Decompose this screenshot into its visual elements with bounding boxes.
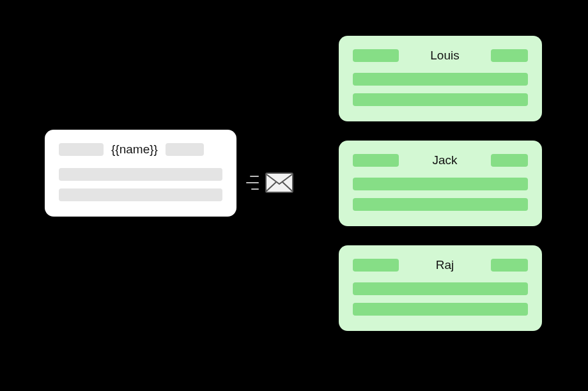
- placeholder-bar: [491, 49, 528, 62]
- output-heading-row: Jack: [353, 153, 528, 167]
- output-heading-row: Louis: [353, 49, 528, 63]
- placeholder-bar: [353, 49, 399, 62]
- output-card: Raj: [339, 245, 542, 331]
- mail-icon: [265, 172, 293, 193]
- template-card: {{name}}: [45, 130, 236, 217]
- placeholder-bar: [59, 188, 222, 201]
- motion-lines-icon: [246, 176, 259, 190]
- placeholder-bar: [353, 178, 528, 190]
- output-name: Jack: [406, 153, 483, 167]
- placeholder-bar: [59, 143, 104, 156]
- placeholder-bar: [59, 168, 222, 181]
- placeholder-bar: [491, 154, 528, 167]
- placeholder-bar: [353, 93, 528, 106]
- placeholder-bar: [353, 259, 399, 272]
- output-name: Louis: [406, 49, 483, 63]
- send-indicator: [246, 172, 293, 193]
- placeholder-bar: [353, 303, 528, 316]
- placeholder-bar: [353, 282, 528, 295]
- output-cards: Louis Jack Raj: [339, 36, 542, 331]
- placeholder-bar: [353, 154, 399, 167]
- placeholder-bar: [353, 73, 528, 86]
- output-heading-row: Raj: [353, 258, 528, 272]
- placeholder-bar: [353, 198, 528, 211]
- placeholder-bar: [491, 259, 528, 272]
- placeholder-bar: [166, 143, 204, 156]
- output-card: Jack: [339, 141, 542, 226]
- template-heading-row: {{name}}: [59, 142, 222, 157]
- svg-rect-0: [266, 173, 293, 192]
- output-name: Raj: [406, 258, 483, 272]
- template-placeholder-token: {{name}}: [111, 142, 158, 157]
- output-card: Louis: [339, 36, 542, 121]
